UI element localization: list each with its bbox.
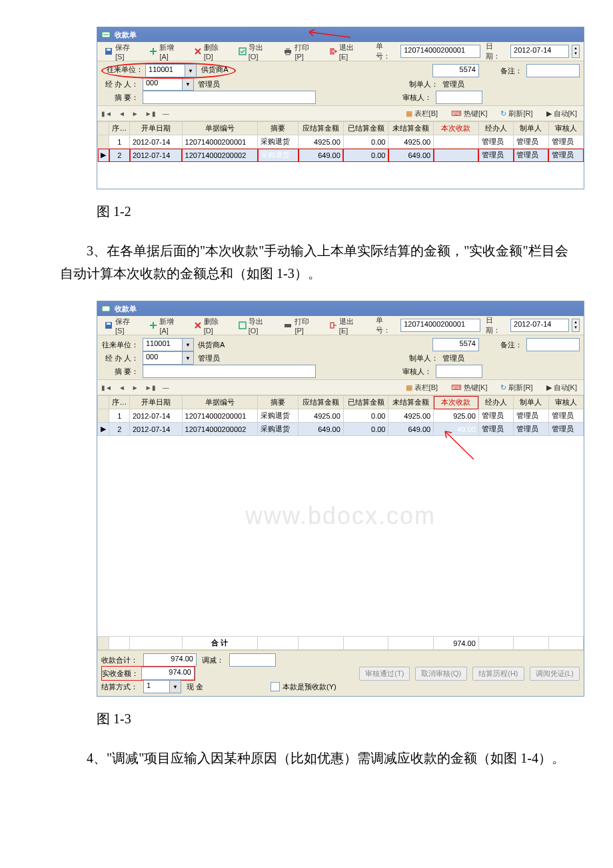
prepay-checkbox[interactable]: 本款是预收款(Y) <box>271 682 336 692</box>
operator-code[interactable]: 000 <box>143 351 182 365</box>
remark-field[interactable] <box>526 64 580 77</box>
columns-button[interactable]: ▦表栏[B] <box>403 107 440 120</box>
maker-label: 制单人： <box>409 79 438 89</box>
table-row[interactable]: ▶ 2 2012-07-14 120714000200002 采购退货 649.… <box>98 423 584 436</box>
operator-dropdown-icon[interactable]: ▼ <box>182 351 194 365</box>
print-button[interactable]: 打印[P] <box>281 315 320 336</box>
col-operator[interactable]: 经办人 <box>478 122 513 135</box>
date-label: 日期： <box>486 41 508 61</box>
toolbar: 保存[S] 新增[A] 删除[D] 导出[O] 打印[P] 退出[E] 单号：1… <box>97 316 584 335</box>
partner-code[interactable]: 110001 <box>143 338 182 351</box>
method-label: 结算方式： <box>101 682 138 692</box>
nav-last-icon[interactable]: ►▮ <box>145 384 156 391</box>
approve-button[interactable]: 审核通过(T) <box>359 667 410 681</box>
auto-button[interactable]: ▶自动[K] <box>544 381 580 394</box>
col-maker[interactable]: 制单人 <box>514 122 548 135</box>
hotkey-button[interactable]: ⌨热键[K] <box>448 107 490 120</box>
title-bar: 收款单 <box>97 301 584 316</box>
table-row[interactable]: 1 2012-07-14 120714000200001 采购退货 4925.0… <box>98 409 584 423</box>
refresh-button[interactable]: ↻刷新[R] <box>498 107 535 120</box>
remark-label: 备注： <box>500 66 522 76</box>
total-row: 合 计 974.00 <box>98 637 584 650</box>
col-unpaid[interactable]: 未结算金额 <box>388 122 434 135</box>
print-icon <box>283 47 293 55</box>
col-summary[interactable]: 摘要 <box>258 122 299 135</box>
save-button[interactable]: 保存[S] <box>101 41 141 62</box>
partner-label: 往来单位： <box>107 65 143 73</box>
partner-code[interactable]: 110001 <box>145 64 185 77</box>
add-button[interactable]: 新增[A] <box>147 41 185 62</box>
detail-grid[interactable]: 序号 开单日期 单据编号 摘要 应结算金额 已结算金额 未结算金额 本次收款 经… <box>97 121 584 162</box>
nav-next-icon[interactable]: ► <box>132 110 139 117</box>
col-this[interactable]: 本次收款 <box>434 396 479 409</box>
partner-name: 供货商A <box>198 340 278 350</box>
cancel-audit-button[interactable]: 取消审核(Q) <box>415 667 467 681</box>
docno-field[interactable]: 120714000200001 <box>400 319 480 332</box>
maker-name: 管理员 <box>442 79 482 89</box>
history-button[interactable]: 结算历程(H) <box>472 667 524 681</box>
col-this[interactable]: 本次收款 <box>434 122 479 135</box>
plus-icon <box>149 321 157 329</box>
delete-button[interactable]: 删除[D] <box>191 41 231 62</box>
operator-label: 经 办 人： <box>101 79 139 89</box>
checkbox-icon <box>271 682 280 691</box>
partner-dropdown-icon[interactable]: ▼ <box>182 338 194 351</box>
col-due[interactable]: 应结算金额 <box>299 122 344 135</box>
col-paid[interactable]: 已结算金额 <box>343 122 388 135</box>
exit-button[interactable]: 退出[E] <box>326 315 365 336</box>
actual-label: 实收金额： <box>102 669 139 679</box>
method-name: 现 金 <box>187 682 220 692</box>
nav-minus-icon[interactable]: — <box>163 110 169 117</box>
operator-name: 管理员 <box>198 353 238 363</box>
refresh-button[interactable]: ↻刷新[R] <box>498 381 535 394</box>
date-field[interactable]: 2012-07-14 <box>510 45 569 58</box>
summary-field[interactable] <box>143 91 316 104</box>
auto-button[interactable]: ▶自动[K] <box>544 107 580 120</box>
col-docno[interactable]: 单据编号 <box>182 122 257 135</box>
summary-field[interactable] <box>143 365 316 378</box>
nav-minus-icon[interactable]: — <box>163 384 169 391</box>
nav-prev-icon[interactable]: ◄ <box>119 110 125 117</box>
method-code[interactable]: 1 <box>143 680 169 693</box>
exit-icon <box>329 47 337 55</box>
operator-dropdown-icon[interactable]: ▼ <box>182 77 194 91</box>
table-row[interactable]: 1 2012-07-14 120714000200001 采购退货 4925.0… <box>98 135 584 149</box>
nav-first-icon[interactable]: ▮◄ <box>101 110 112 117</box>
partner-dropdown-icon[interactable]: ▼ <box>185 64 197 77</box>
table-row[interactable]: ▶ 2 2012-07-14 120714000200002 采购退货 649.… <box>98 149 584 162</box>
paragraph-4: 4、"调减"项目应输入因某种原因（比如优惠）需调减应收款的金额（如图 1-4）。 <box>60 747 580 769</box>
adjust-field[interactable] <box>229 653 276 667</box>
col-date[interactable]: 开单日期 <box>130 122 183 135</box>
nav-prev-icon[interactable]: ◄ <box>119 384 125 391</box>
docno-field[interactable]: 120714000200001 <box>400 45 480 58</box>
export-button[interactable]: 导出[O] <box>236 41 276 62</box>
columns-button[interactable]: ▦表栏[B] <box>403 381 440 394</box>
save-button[interactable]: 保存[S] <box>101 315 141 336</box>
date-spinner[interactable]: ▲▼ <box>572 45 580 58</box>
delete-button[interactable]: 删除[D] <box>191 315 231 336</box>
col-seq[interactable]: 序号 <box>109 122 130 135</box>
exit-button[interactable]: 退出[E] <box>326 41 365 62</box>
method-dropdown-icon[interactable]: ▼ <box>169 680 181 693</box>
add-button[interactable]: 新增[A] <box>147 315 185 336</box>
remark-field[interactable] <box>526 338 580 351</box>
operator-code[interactable]: 000 <box>143 77 182 91</box>
detail-grid[interactable]: 序号 开单日期 单据编号 摘要 应结算金额 已结算金额 未结算金额 本次收款 经… <box>97 395 584 436</box>
partner-number: 5574 <box>432 338 479 351</box>
date-field[interactable]: 2012-07-14 <box>510 319 569 332</box>
x-icon <box>194 47 202 55</box>
window-title: 收款单 <box>115 30 137 40</box>
app-icon <box>101 30 111 39</box>
grid-nav[interactable]: ▮◄ ◄ ► ►▮ — <box>101 110 169 117</box>
col-auditor[interactable]: 审核人 <box>548 122 583 135</box>
grid-nav[interactable]: ▮◄ ◄ ► ►▮ — <box>101 384 169 391</box>
auditor-field <box>436 91 482 104</box>
nav-first-icon[interactable]: ▮◄ <box>101 384 112 391</box>
export-button[interactable]: 导出[O] <box>236 315 276 336</box>
hotkey-button[interactable]: ⌨热键[K] <box>448 381 490 394</box>
nav-last-icon[interactable]: ►▮ <box>145 110 156 117</box>
nav-next-icon[interactable]: ► <box>132 384 139 391</box>
print-button[interactable]: 打印[P] <box>281 41 320 62</box>
date-spinner[interactable]: ▲▼ <box>572 319 580 332</box>
voucher-button[interactable]: 调阅凭证(L) <box>530 667 580 681</box>
